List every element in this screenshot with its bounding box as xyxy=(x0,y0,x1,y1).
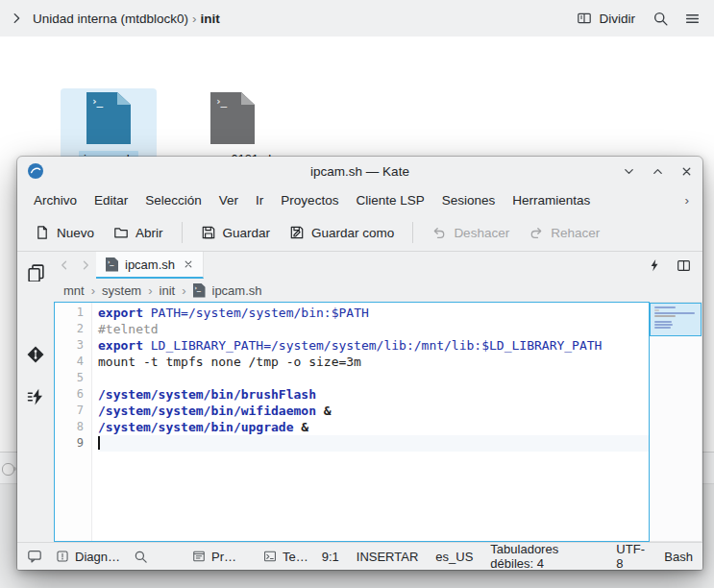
new-document-icon xyxy=(35,225,50,240)
search-icon xyxy=(652,11,669,27)
kate-statusbar: Diagn… Pr… Te… 9:1 INSERTAR es_US Tabula… xyxy=(17,542,702,570)
notifications-bubble-icon[interactable] xyxy=(27,549,42,564)
git-icon[interactable] xyxy=(24,343,47,366)
code-line[interactable] xyxy=(98,435,649,452)
menu-item-cliente-lsp[interactable]: Cliente LSP xyxy=(347,189,432,211)
line-number-gutter: 123456789 xyxy=(55,303,92,541)
menu-item-archivo[interactable]: Archivo xyxy=(25,189,86,211)
code-line[interactable] xyxy=(98,370,649,386)
preview-panel-button[interactable]: Pr… xyxy=(192,550,236,564)
terminal-panel-button[interactable]: Te… xyxy=(263,550,308,564)
path-segment[interactable]: system xyxy=(102,283,141,298)
maximize-icon[interactable] xyxy=(652,165,664,178)
shell-script-icon: ›_ xyxy=(210,92,255,144)
shell-script-icon: ›_ xyxy=(193,283,206,298)
breadcrumb-device[interactable]: Unidad interna (mtdblock0) xyxy=(31,10,190,28)
menu-item-herramientas[interactable]: Herramientas xyxy=(504,189,599,211)
redo-button[interactable]: Rehacer xyxy=(519,219,609,246)
code-line[interactable]: /system/system/bin/upgrade & xyxy=(98,419,649,435)
diagnostics-icon[interactable] xyxy=(24,385,47,408)
code-line[interactable]: export PATH=/system/system/bin:$PATH xyxy=(98,305,649,321)
path-separator-icon: › xyxy=(148,283,152,298)
line-number: 7 xyxy=(55,403,91,419)
menu-item-proyectos[interactable]: Proyectos xyxy=(272,189,347,211)
redo-icon xyxy=(529,225,544,240)
path-segment[interactable]: init xyxy=(160,283,176,298)
code-line[interactable]: #telnetd xyxy=(98,321,649,337)
cursor-position[interactable]: 9:1 xyxy=(322,550,339,564)
terminal-panel-label: Te… xyxy=(283,550,308,564)
search-icon[interactable] xyxy=(134,550,148,564)
split-editor-icon[interactable] xyxy=(677,258,691,273)
documents-icon[interactable] xyxy=(24,260,47,283)
line-number: 5 xyxy=(55,370,91,386)
breadcrumb-current-folder[interactable]: init xyxy=(199,10,222,28)
menu-item-ver[interactable]: Ver xyxy=(210,189,247,211)
editor-area: 123456789 export PATH=/system/system/bin… xyxy=(54,302,702,542)
syntax-highlighting-mode[interactable]: Bash xyxy=(664,550,693,564)
quick-open-bolt-icon[interactable] xyxy=(648,258,661,272)
code-line[interactable]: export LD_LIBRARY_PATH=/system/system/li… xyxy=(98,337,649,354)
menu-item-ir[interactable]: Ir xyxy=(247,189,272,211)
minimap-line xyxy=(654,306,676,308)
kate-app-icon xyxy=(27,162,44,180)
close-icon[interactable] xyxy=(680,165,693,178)
minimap-viewport[interactable] xyxy=(650,303,702,336)
path-segment[interactable]: mnt xyxy=(63,283,85,298)
save-as-button[interactable]: Guardar como xyxy=(280,219,404,246)
minimap-line xyxy=(654,309,659,311)
code-line[interactable]: /system/system/bin/brushFlash xyxy=(98,386,649,403)
file-manager-toolbar: Unidad interna (mtdblock0) › init Dividi… xyxy=(0,0,714,37)
hamburger-menu-button[interactable] xyxy=(680,7,704,31)
save-button[interactable]: Guardar xyxy=(191,219,281,246)
minimize-icon[interactable] xyxy=(623,165,635,178)
line-number: 3 xyxy=(55,337,91,354)
redo-button-label: Rehacer xyxy=(551,226,600,240)
kate-window: ipcam.sh — Kate ArchivoEditarSelecciónVe… xyxy=(17,157,702,570)
open-folder-icon xyxy=(113,225,129,240)
undo-icon xyxy=(431,225,447,240)
document-path-bar: mnt › system › init › ›_ ipcam.sh xyxy=(54,279,702,302)
save-button-label: Guardar xyxy=(223,226,271,240)
menu-item-sesiones[interactable]: Sesiones xyxy=(433,189,505,211)
dictionary-locale[interactable]: es_US xyxy=(435,550,473,564)
diagnostics-button[interactable]: Diagn… xyxy=(56,550,120,564)
undo-button[interactable]: Deshacer xyxy=(422,219,519,246)
code-line[interactable]: mount -t tmpfs none /tmp -o size=3m xyxy=(98,354,649,370)
menu-overflow-chevron-icon[interactable]: › xyxy=(679,193,696,208)
breadcrumb: Unidad interna (mtdblock0) › init xyxy=(31,10,222,28)
open-button[interactable]: Abrir xyxy=(104,219,173,246)
tab-width-setting[interactable]: Tabuladores débiles: 4 xyxy=(490,542,599,571)
previous-document-icon[interactable] xyxy=(54,252,75,279)
breadcrumb-separator-icon: › xyxy=(192,12,197,26)
menu-bar: ArchivoEditarSelecciónVerIrProyectosClie… xyxy=(17,185,702,214)
code-area[interactable]: export PATH=/system/system/bin:$PATH#tel… xyxy=(92,303,649,541)
new-button[interactable]: Nuevo xyxy=(25,219,104,246)
split-view-button[interactable]: Dividir xyxy=(571,7,641,30)
undo-button-label: Deshacer xyxy=(454,226,509,240)
kate-titlebar[interactable]: ipcam.sh — Kate xyxy=(17,157,702,185)
menu-item-editar[interactable]: Editar xyxy=(86,189,136,211)
input-mode[interactable]: INSERTAR xyxy=(357,550,419,564)
tab-close-icon[interactable] xyxy=(184,259,193,269)
encoding[interactable]: UTF-8 xyxy=(616,542,647,571)
search-button[interactable] xyxy=(649,7,673,31)
chevron-right-icon[interactable] xyxy=(10,12,23,25)
hamburger-icon xyxy=(684,11,701,27)
code-line[interactable]: /system/system/bin/wifidaemon & xyxy=(98,403,649,419)
path-segment-file[interactable]: ipcam.sh xyxy=(212,283,262,298)
save-as-button-label: Guardar como xyxy=(311,226,394,240)
open-button-label: Abrir xyxy=(135,226,163,240)
minimap-line xyxy=(654,312,695,314)
code-region[interactable]: 123456789 export PATH=/system/system/bin… xyxy=(54,302,650,542)
split-view-icon xyxy=(577,11,592,26)
tab-ipcam[interactable]: ›_ ipcam.sh xyxy=(96,252,204,279)
menu-item-selección[interactable]: Selección xyxy=(136,189,210,211)
minimap-scrollbar[interactable] xyxy=(650,302,702,542)
zoom-slider-handle[interactable] xyxy=(2,463,14,476)
tab-label: ipcam.sh xyxy=(125,257,175,272)
next-document-icon[interactable] xyxy=(75,252,96,279)
panel-list-icon xyxy=(192,550,206,563)
split-view-label: Dividir xyxy=(599,12,635,26)
minimap-line xyxy=(654,321,672,323)
